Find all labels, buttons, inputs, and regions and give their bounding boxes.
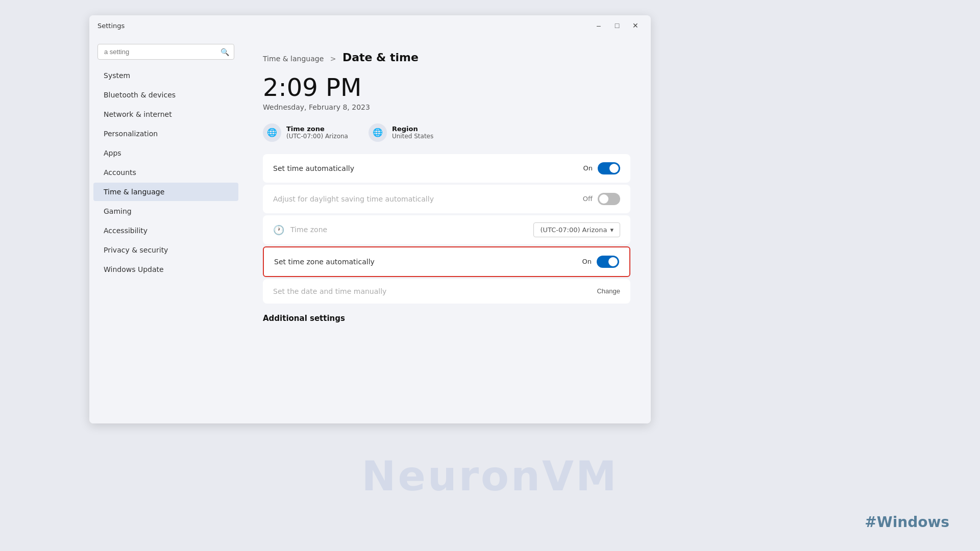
adjust-daylight-label: Adjust for daylight saving time automati… (273, 195, 434, 203)
set-timezone-auto-state: On (582, 258, 592, 265)
set-time-auto-card: Set time automatically On (263, 154, 630, 183)
sidebar-item-gaming[interactable]: Gaming (93, 202, 238, 220)
set-timezone-auto-label: Set time zone automatically (274, 258, 375, 266)
sidebar-item-accessibility[interactable]: Accessibility (93, 221, 238, 240)
adjust-daylight-right: Off (583, 193, 620, 205)
set-timezone-auto-thumb (608, 257, 618, 266)
set-timezone-auto-card: Set time zone automatically On (263, 246, 630, 277)
adjust-daylight-thumb (599, 194, 608, 204)
sidebar-item-apps[interactable]: Apps (93, 144, 238, 162)
set-date-manually-right: Change (597, 287, 620, 295)
timezone-dropdown-arrow: ▾ (610, 226, 614, 234)
timezone-select-left: 🕐 Time zone (273, 224, 327, 235)
set-time-auto-label: Set time automatically (273, 164, 354, 172)
timezone-select-label: Time zone (290, 226, 327, 234)
settings-window: Settings – □ ✕ 🔍 System Bluetooth & devi… (89, 15, 651, 423)
change-date-button[interactable]: Change (597, 287, 620, 295)
breadcrumb-separator: > (330, 55, 336, 63)
region-text: Region United States (392, 125, 433, 140)
titlebar: Settings – □ ✕ (89, 15, 651, 36)
sidebar-item-system[interactable]: System (93, 66, 238, 85)
region-value: United States (392, 133, 433, 140)
adjust-daylight-row: Adjust for daylight saving time automati… (263, 185, 630, 213)
set-time-auto-state: On (583, 164, 593, 172)
date-value: Wednesday, February 8, 2023 (263, 103, 630, 111)
set-date-manually-label: Set the date and time manually (273, 287, 386, 295)
maximize-button[interactable]: □ (610, 18, 624, 33)
timezone-label: Time zone (286, 125, 348, 133)
set-time-auto-row: Set time automatically On (263, 154, 630, 183)
timezone-text: Time zone (UTC-07:00) Arizona (286, 125, 348, 140)
sidebar-item-windows-update[interactable]: Windows Update (93, 260, 238, 279)
set-time-auto-right: On (583, 162, 620, 174)
adjust-daylight-card: Adjust for daylight saving time automati… (263, 185, 630, 213)
time-display: 2:09 PM Wednesday, February 8, 2023 (263, 74, 630, 111)
time-value: 2:09 PM (263, 74, 630, 101)
timezone-globe-icon: 🌐 (263, 123, 281, 142)
sidebar: 🔍 System Bluetooth & devices Network & i… (89, 36, 242, 423)
breadcrumb: Time & language > Date & time (263, 51, 630, 64)
window-title: Settings (97, 22, 125, 30)
region-info-item: 🌐 Region United States (369, 123, 433, 142)
hashtag-label: #Windows (865, 514, 949, 531)
region-label: Region (392, 125, 433, 133)
sidebar-item-network[interactable]: Network & internet (93, 105, 238, 123)
set-timezone-auto-toggle[interactable] (597, 256, 619, 268)
breadcrumb-parent[interactable]: Time & language (263, 55, 324, 63)
additional-settings-heading: Additional settings (263, 314, 630, 323)
timezone-dropdown-value: (UTC-07:00) Arizona (540, 226, 607, 234)
timezone-clock-icon: 🕐 (273, 224, 284, 235)
time-info-row: 🌐 Time zone (UTC-07:00) Arizona 🌐 Region… (263, 123, 630, 142)
search-icon: 🔍 (220, 48, 229, 56)
set-date-manually-card: Set the date and time manually Change (263, 279, 630, 304)
timezone-info-item: 🌐 Time zone (UTC-07:00) Arizona (263, 123, 348, 142)
sidebar-item-time-language[interactable]: Time & language (93, 183, 238, 201)
timezone-select-card: 🕐 Time zone (UTC-07:00) Arizona ▾ (263, 215, 630, 244)
sidebar-item-personalization[interactable]: Personalization (93, 124, 238, 143)
timezone-value: (UTC-07:00) Arizona (286, 133, 348, 140)
search-input[interactable] (97, 44, 234, 60)
main-content: Time & language > Date & time 2:09 PM We… (242, 36, 651, 423)
timezone-dropdown[interactable]: (UTC-07:00) Arizona ▾ (533, 222, 620, 237)
sidebar-item-accounts[interactable]: Accounts (93, 163, 238, 182)
sidebar-item-bluetooth[interactable]: Bluetooth & devices (93, 86, 238, 104)
set-time-auto-toggle[interactable] (598, 162, 620, 174)
search-box: 🔍 (97, 44, 234, 60)
watermark: NeuronVM (0, 453, 980, 500)
set-timezone-auto-right: On (582, 256, 619, 268)
window-body: 🔍 System Bluetooth & devices Network & i… (89, 36, 651, 423)
set-date-manually-row: Set the date and time manually Change (263, 279, 630, 304)
adjust-daylight-toggle[interactable] (598, 193, 620, 205)
set-time-auto-thumb (609, 164, 619, 173)
adjust-daylight-state: Off (583, 195, 593, 203)
window-controls: – □ ✕ (592, 18, 643, 33)
sidebar-item-privacy[interactable]: Privacy & security (93, 241, 238, 259)
close-button[interactable]: ✕ (628, 18, 643, 33)
region-globe-icon: 🌐 (369, 123, 387, 142)
minimize-button[interactable]: – (592, 18, 606, 33)
set-timezone-auto-row: Set time zone automatically On (264, 247, 629, 276)
breadcrumb-current: Date & time (342, 51, 419, 64)
